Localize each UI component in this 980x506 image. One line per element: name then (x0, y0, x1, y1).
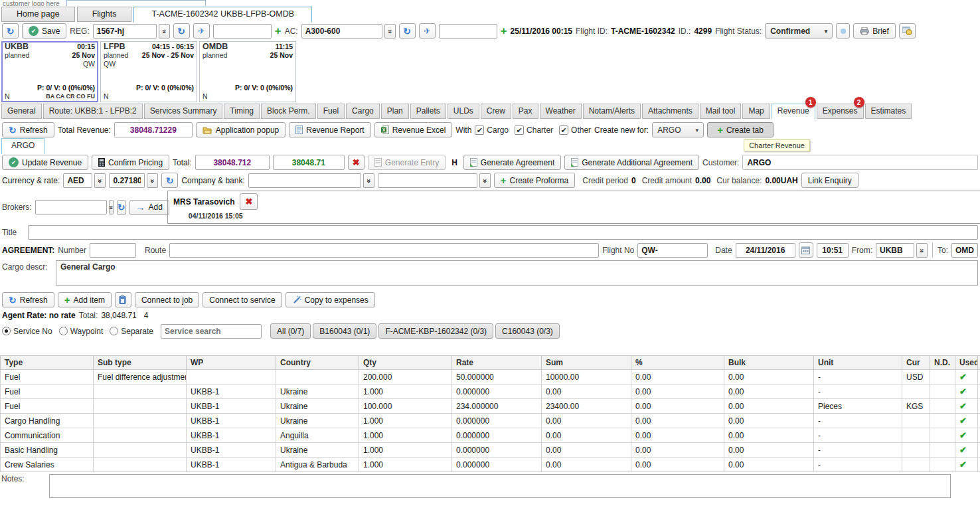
generate-entry-button[interactable]: Generate Entry (368, 155, 446, 170)
filter-c160043-0-3[interactable]: C160043 (0/3) (495, 323, 560, 339)
table-row[interactable]: CommunicationUKBB-1Anguilla1.0000.000000… (1, 428, 980, 443)
tab-estimates[interactable]: Estimates (865, 104, 912, 119)
add-reg-button[interactable]: + (275, 25, 282, 37)
tab-fuel[interactable]: Fuel (317, 104, 345, 119)
column-header-cur[interactable]: Cur (902, 356, 930, 370)
rate-dropdown-button[interactable]: » (147, 173, 158, 188)
tab-cargo[interactable]: Cargo (346, 104, 380, 119)
confirm-pricing-button[interactable]: Confirm Pricing (92, 155, 169, 170)
generate-agreement-button[interactable]: Generate Agreement (463, 155, 561, 170)
column-header-rate[interactable]: Rate (452, 356, 542, 370)
window-tab-home-page[interactable]: Home page (1, 7, 75, 22)
checkbox-charter[interactable]: ✔Charter (515, 126, 553, 135)
company-input[interactable] (248, 173, 361, 188)
column-header-sum[interactable]: Sum (542, 356, 631, 370)
brokers-input[interactable] (35, 200, 107, 214)
to-input[interactable] (951, 243, 978, 258)
column-header-used[interactable]: Used (955, 356, 978, 370)
revenue-refresh-button[interactable]: ↻Refresh (2, 122, 54, 137)
connect-to-service-button[interactable]: Connect to service (203, 292, 282, 307)
refresh-flight-button[interactable]: ↻ (2, 23, 19, 39)
company-dropdown-button[interactable]: » (363, 173, 374, 188)
route-input[interactable] (169, 243, 599, 258)
tab-block-perm[interactable]: Block Perm. (261, 104, 316, 119)
ac-input[interactable] (301, 24, 382, 39)
application-popup-button[interactable]: Application popup (196, 122, 286, 137)
table-row[interactable]: FuelFuel difference adjustmen200.00050.0… (1, 370, 980, 384)
calendar-button[interactable] (799, 242, 813, 258)
agreement-number-input[interactable] (90, 243, 136, 258)
top-input[interactable] (66, 0, 206, 6)
create-proforma-button[interactable]: +Create Proforma (494, 173, 575, 188)
tab-timing[interactable]: Timing (224, 104, 260, 119)
table-row[interactable]: FuelUKBB-1Ukraine100.000234.00000023400.… (1, 399, 980, 414)
column-header-n-d[interactable]: N.D. (930, 356, 955, 370)
table-row[interactable]: Cargo HandlingUKBB-1Ukraine1.0000.000000… (1, 414, 980, 428)
column-header-sub-type[interactable]: Sub type (94, 356, 187, 370)
revenue-report-button[interactable]: Revenue Report (289, 122, 370, 137)
flight-no-input[interactable] (637, 243, 708, 258)
filter-f-acme-kbp-1602342-0-3[interactable]: F-ACME-KBP-1602342 (0/3) (378, 323, 493, 339)
flight-segment-ukbb[interactable]: UKBB00:15planned25 NovQWP: 0/ V: 0 (0%/0… (1, 41, 98, 102)
ac-refresh-button[interactable]: ↻ (399, 23, 416, 39)
money-tool-button[interactable] (899, 23, 916, 39)
tab-pax[interactable]: Pax (513, 104, 538, 119)
add-broker-button[interactable]: →Add (129, 200, 169, 215)
table-row[interactable]: Crew SalariesUKBB-1Antigua & Barbuda1.00… (1, 458, 980, 472)
remove-broker-button[interactable]: ✖ (240, 193, 258, 210)
delete-total-button[interactable]: ✖ (348, 155, 365, 170)
link-enquiry-button[interactable]: Link Enquiry (801, 173, 858, 188)
reg-aircraft-button[interactable]: ✈ (193, 23, 210, 39)
tab-mail-tool[interactable]: Mail tool (700, 104, 742, 119)
ac-extra-input[interactable] (439, 24, 497, 39)
from-dropdown-button[interactable]: » (916, 243, 928, 258)
customer-field[interactable]: ARGO (742, 155, 978, 170)
tab-revenue[interactable]: Revenue1 (772, 104, 815, 120)
create-tab-button[interactable]: +Create tab (707, 122, 774, 137)
column-header-wp[interactable]: WP (187, 356, 276, 370)
revenue-excel-button[interactable]: X Revenue Excel (374, 122, 453, 137)
checkbox-cargo[interactable]: ✔Cargo (475, 126, 509, 135)
tab-crew[interactable]: Crew (481, 104, 511, 119)
radio-separate[interactable]: Separate (110, 327, 153, 336)
filter-all-0-7[interactable]: All (0/7) (270, 323, 311, 339)
tab-attachments[interactable]: Attachments (642, 104, 698, 119)
title-input[interactable] (28, 225, 978, 240)
tab-customer-argo[interactable]: ARGO (1, 138, 44, 154)
ac-dropdown-button[interactable]: » (384, 24, 396, 39)
status-dot-button[interactable] (836, 23, 850, 39)
reg-extra-input[interactable] (213, 24, 272, 39)
time-input[interactable] (817, 243, 849, 258)
generate-additional-agreement-button[interactable]: Generate Additional Agreement (564, 155, 699, 170)
save-button[interactable]: ✔Save (22, 23, 66, 39)
column-header-unit[interactable]: Unit (814, 356, 902, 370)
bank-dropdown-button[interactable]: » (479, 173, 491, 188)
tab-expenses[interactable]: Expenses2 (817, 104, 864, 119)
rate-refresh-button[interactable]: ↻ (161, 173, 178, 188)
cargo-descr-input[interactable]: General Cargo (56, 260, 978, 286)
notes-input[interactable] (49, 474, 951, 498)
tab-weather[interactable]: Weather (540, 104, 582, 119)
flight-status-select[interactable]: Confirmed▾ (765, 23, 833, 39)
window-tab-flights[interactable]: Flights (77, 7, 132, 22)
currency-input[interactable] (63, 173, 92, 188)
from-input[interactable] (876, 243, 914, 258)
table-row[interactable]: FuelUKBB-1Ukraine1.0000.0000000.000.000.… (1, 384, 980, 399)
brokers-refresh-button[interactable]: ↻ (117, 200, 126, 215)
ac-aircraft-button[interactable]: ✈ (419, 23, 436, 39)
column-header-bulk[interactable]: Bulk (724, 356, 814, 370)
tab-map[interactable]: Map (742, 104, 770, 119)
service-search-input[interactable] (161, 324, 262, 339)
checkbox-other[interactable]: ✔Other (559, 126, 591, 135)
reg-refresh-button[interactable]: ↻ (173, 23, 190, 39)
tab-notam-alerts[interactable]: Notam/Alerts (583, 104, 641, 119)
radio-waypoint[interactable]: Waypoint (59, 327, 104, 336)
filter-b160043-0-1[interactable]: B160043 (0/1) (313, 323, 376, 339)
tab-ulds[interactable]: ULDs (448, 104, 479, 119)
add-item-button[interactable]: +Add item (58, 292, 112, 307)
bank-input[interactable] (378, 173, 477, 188)
tab-services-summary[interactable]: Services Summary (144, 104, 223, 119)
create-new-for-select[interactable]: ARGO▾ (652, 122, 704, 137)
flight-segment-omdb[interactable]: OMDB11:15planned25 NovP: 0/ V: 0 (0%/0%)… (199, 41, 296, 102)
copy-to-expenses-button[interactable]: Copy to expenses (286, 292, 375, 307)
